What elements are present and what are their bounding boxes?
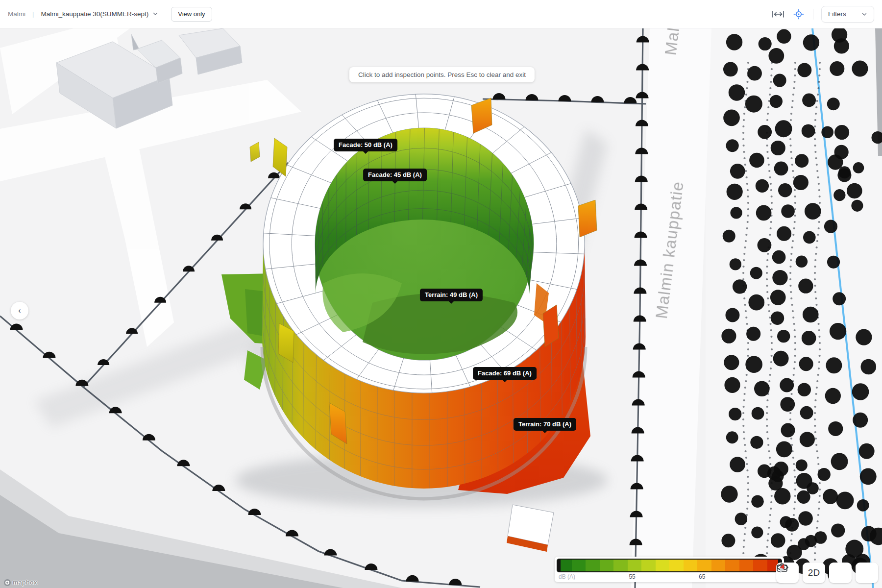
- toolbar-right: Filters: [772, 6, 874, 23]
- legend-gradient: [557, 559, 782, 572]
- filters-button[interactable]: Filters: [821, 6, 874, 23]
- project-chevron-down-icon[interactable]: [152, 10, 158, 19]
- map-attribution[interactable]: mapbox: [4, 579, 37, 586]
- inspection-label-terrain-49: Terrain: 49 dB (A): [420, 289, 483, 301]
- inspection-hint-tooltip: Click to add inspection points. Press Es…: [349, 67, 535, 82]
- noise-legend: dB (A) 55 65: [555, 557, 784, 582]
- street-label-partial: Mal: [662, 28, 684, 56]
- filters-chevron-down-icon: [861, 11, 867, 17]
- sidebar-collapse-button[interactable]: ‹: [11, 302, 28, 319]
- legend-unit: dB (A): [559, 573, 575, 580]
- filters-label: Filters: [828, 10, 846, 18]
- map-controls: 2D: [776, 563, 878, 583]
- toolbar-divider: [813, 9, 813, 20]
- map-3d-viewport[interactable]: Malmin kauppatie Mal Click to add inspec…: [0, 28, 882, 588]
- screenshot-button[interactable]: [829, 563, 852, 583]
- inspection-label-facade-45: Facade: 45 dB (A): [363, 169, 427, 181]
- add-inspection-point-icon[interactable]: [792, 9, 805, 20]
- view-only-button[interactable]: View only: [171, 7, 212, 22]
- legend-labels: dB (A) 55 65: [557, 572, 782, 581]
- breadcrumb-project[interactable]: Malmi_kauppatie 30(SUMMER-sept): [41, 10, 148, 18]
- top-bar: Malmi | Malmi_kauppatie 30(SUMMER-sept) …: [0, 0, 882, 28]
- compass-icon: [776, 563, 788, 574]
- measure-distance-icon[interactable]: [772, 9, 784, 20]
- app-window: Malmi | Malmi_kauppatie 30(SUMMER-sept) …: [0, 0, 882, 588]
- inspection-label-terrain-70: Terrain: 70 dB (A): [514, 418, 576, 431]
- breadcrumb-workspace[interactable]: Malmi: [8, 10, 25, 18]
- map-scene: [0, 28, 882, 588]
- legend-tick-65: 65: [699, 573, 705, 580]
- inspection-label-facade-69: Facade: 69 dB (A): [473, 367, 537, 380]
- compass-button[interactable]: [856, 563, 878, 583]
- mapbox-logo-icon: [4, 579, 11, 586]
- breadcrumb-divider: |: [32, 10, 34, 18]
- legend-tick-55: 55: [629, 573, 635, 580]
- inspection-label-facade-50: Facade: 50 dB (A): [334, 139, 397, 151]
- toggle-2d-button[interactable]: 2D: [803, 563, 825, 583]
- mapbox-label: mapbox: [13, 579, 37, 586]
